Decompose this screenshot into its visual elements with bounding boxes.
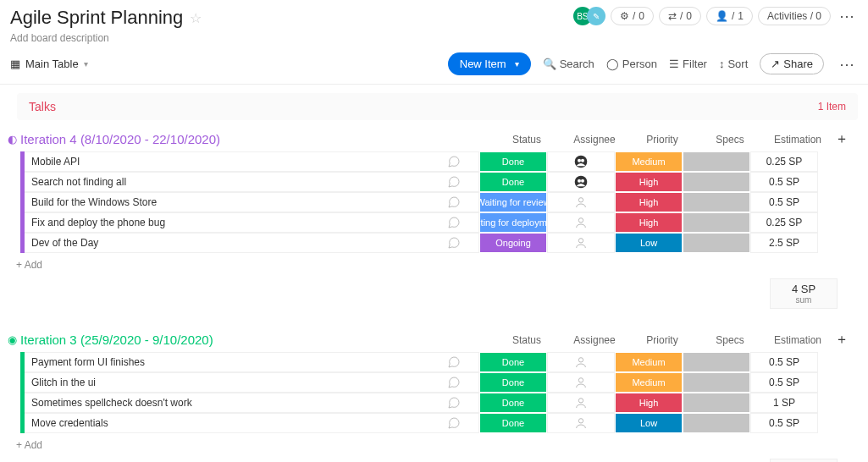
item-name[interactable]: Mobile API [25, 151, 428, 172]
add-column-icon[interactable]: ＋ [832, 331, 852, 349]
chat-icon[interactable] [428, 413, 479, 433]
page-title[interactable]: Agile Sprint Planning [10, 7, 183, 29]
priority-cell[interactable]: Medium [615, 151, 683, 172]
status-cell[interactable]: Waiting for review [479, 192, 547, 212]
table-row[interactable]: Move credentials Done Low 0.5 SP [5, 413, 858, 433]
chat-icon[interactable] [428, 172, 479, 192]
table-row[interactable]: Sometimes spellcheck doesn't work Done H… [5, 393, 858, 413]
chat-icon[interactable] [428, 151, 479, 172]
item-name[interactable]: Glitch in the ui [25, 372, 428, 393]
assignee-cell[interactable] [547, 393, 615, 413]
column-header-assignee[interactable]: Assignee [561, 134, 628, 146]
priority-cell[interactable]: Medium [615, 352, 683, 372]
assignee-cell[interactable] [547, 352, 615, 372]
chat-icon[interactable] [428, 393, 479, 413]
integrations-pill[interactable]: ⇄/ 0 [659, 7, 701, 25]
board-description[interactable]: Add board description [10, 32, 202, 44]
share-button[interactable]: ↗Share [760, 53, 824, 74]
status-cell[interactable]: Ongoing [479, 233, 547, 253]
estimation-cell[interactable]: 0.5 SP [750, 413, 818, 433]
specs-cell[interactable] [683, 212, 750, 233]
column-header-specs[interactable]: Specs [696, 334, 764, 346]
filter-button[interactable]: ☰Filter [669, 58, 707, 70]
priority-cell[interactable]: High [615, 172, 683, 192]
status-cell[interactable]: Waiting for deployme… [479, 212, 547, 233]
status-cell[interactable]: Done [479, 172, 547, 192]
specs-cell[interactable] [683, 413, 750, 433]
priority-cell[interactable]: High [615, 393, 683, 413]
column-header-assignee[interactable]: Assignee [561, 334, 628, 346]
table-row[interactable]: Mobile API Done Medium 0.25 SP [5, 151, 858, 172]
table-row[interactable]: Search not finding all Done High 0.5 SP [5, 172, 858, 192]
assignee-cell[interactable] [547, 192, 615, 212]
column-header-estimation[interactable]: Estimation [764, 134, 832, 146]
column-header-status[interactable]: Status [493, 334, 561, 346]
status-cell[interactable]: Done [479, 372, 547, 393]
specs-cell[interactable] [683, 151, 750, 172]
assignee-cell[interactable] [547, 233, 615, 253]
estimation-cell[interactable]: 0.5 SP [750, 372, 818, 393]
chat-icon[interactable] [428, 233, 479, 253]
collapse-toggle-icon[interactable]: ◐ [5, 133, 19, 146]
person-filter-button[interactable]: ◯Person [606, 58, 657, 70]
item-name[interactable]: Build for the Windows Store [25, 192, 428, 212]
estimation-cell[interactable]: 0.5 SP [750, 192, 818, 212]
column-header-priority[interactable]: Priority [628, 334, 696, 346]
priority-cell[interactable]: High [615, 192, 683, 212]
main-table-view[interactable]: ▦ Main Table ▾ [10, 58, 88, 70]
group-title[interactable]: Iteration 3 (25/9/2020 - 9/10/2020) [19, 333, 493, 347]
specs-cell[interactable] [683, 233, 750, 253]
column-header-specs[interactable]: Specs [696, 134, 764, 146]
new-item-button[interactable]: New Item ▾ [448, 52, 531, 75]
specs-cell[interactable] [683, 393, 750, 413]
item-name[interactable]: Move credentials [25, 413, 428, 433]
table-row[interactable]: Fix and deploy the phone bug Waiting for… [5, 212, 858, 233]
item-name[interactable]: Fix and deploy the phone bug [25, 212, 428, 233]
item-name[interactable]: Search not finding all [25, 172, 428, 192]
chat-icon[interactable] [428, 372, 479, 393]
estimation-cell[interactable]: 0.25 SP [750, 151, 818, 172]
item-name[interactable]: Payment form UI finishes [25, 352, 428, 372]
assignee-cell[interactable] [547, 172, 615, 192]
column-header-estimation[interactable]: Estimation [764, 334, 832, 346]
status-cell[interactable]: Done [479, 393, 547, 413]
status-cell[interactable]: Done [479, 413, 547, 433]
activities-pill[interactable]: Activities / 0 [758, 7, 831, 25]
assignee-cell[interactable] [547, 151, 615, 172]
column-header-status[interactable]: Status [493, 134, 561, 146]
talks-group-collapsed[interactable]: Talks 1 Item [17, 93, 858, 120]
table-row[interactable]: Dev of the Day Ongoing Low 2.5 SP [5, 233, 858, 253]
status-cell[interactable]: Done [479, 151, 547, 172]
assignee-cell[interactable] [547, 372, 615, 393]
group-title[interactable]: Iteration 4 (8/10/2020 - 22/10/2020) [19, 132, 493, 146]
item-name[interactable]: Dev of the Day [25, 233, 428, 253]
board-members-avatars[interactable]: BS ✎ [573, 7, 605, 25]
table-row[interactable]: Payment form UI finishes Done Medium 0.5… [5, 352, 858, 372]
assignee-cell[interactable] [547, 212, 615, 233]
search-button[interactable]: 🔍Search [543, 58, 594, 70]
chat-icon[interactable] [428, 212, 479, 233]
more-menu-icon[interactable]: ⋯ [836, 7, 858, 25]
chat-icon[interactable] [428, 352, 479, 372]
specs-cell[interactable] [683, 172, 750, 192]
status-cell[interactable]: Done [479, 352, 547, 372]
priority-cell[interactable]: Medium [615, 372, 683, 393]
add-item-input[interactable]: + Add [9, 259, 42, 271]
members-pill[interactable]: 👤/ 1 [706, 7, 753, 25]
table-row[interactable]: Build for the Windows Store Waiting for … [5, 192, 858, 212]
chat-icon[interactable] [428, 192, 479, 212]
estimation-cell[interactable]: 2.5 SP [750, 233, 818, 253]
automations-pill[interactable]: ⚙/ 0 [611, 7, 654, 25]
estimation-cell[interactable]: 1 SP [750, 393, 818, 413]
table-row[interactable]: Glitch in the ui Done Medium 0.5 SP [5, 372, 858, 393]
sort-button[interactable]: ↕Sort [719, 58, 748, 70]
specs-cell[interactable] [683, 192, 750, 212]
more-menu-icon[interactable]: ⋯ [836, 55, 858, 74]
assignee-cell[interactable] [547, 413, 615, 433]
item-name[interactable]: Sometimes spellcheck doesn't work [25, 393, 428, 413]
estimation-cell[interactable]: 0.5 SP [750, 352, 818, 372]
specs-cell[interactable] [683, 352, 750, 372]
priority-cell[interactable]: High [615, 212, 683, 233]
favorite-star-icon[interactable]: ☆ [190, 10, 202, 26]
priority-cell[interactable]: Low [615, 233, 683, 253]
